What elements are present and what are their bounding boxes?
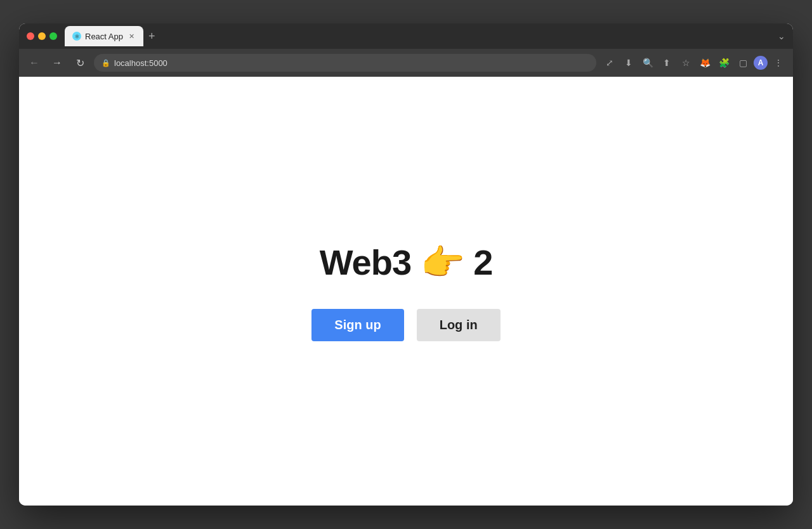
firefox-button[interactable]: 🦊: [697, 55, 713, 71]
tab-bar: ⚛ React App ✕ +: [65, 26, 778, 46]
toolbar: ← → ↻ 🔒 localhost:5000 ⤢ ⬇ 🔍 ⬆ ☆ 🦊: [19, 49, 793, 77]
maximize-traffic-light[interactable]: [49, 32, 57, 40]
sidebar-button[interactable]: ▢: [735, 55, 751, 71]
share-icon: ⬆: [663, 58, 671, 68]
page-content: Web3 👉 2 Sign up Log in: [19, 77, 793, 506]
zoom-button[interactable]: 🔍: [639, 55, 656, 71]
page-title: Web3 👉 2: [320, 242, 493, 284]
address-bar[interactable]: 🔒 localhost:5000: [94, 54, 596, 72]
tab-close-icon[interactable]: ✕: [127, 32, 136, 41]
download-icon: ⬇: [625, 58, 632, 68]
signup-button[interactable]: Sign up: [311, 309, 403, 341]
browser-window: ⚛ React App ✕ + ⌄ ← → ↻ 🔒 localhost:5000…: [19, 23, 793, 506]
title-bar: ⚛ React App ✕ + ⌄: [19, 23, 793, 49]
star-icon: ☆: [682, 58, 690, 68]
react-favicon-icon: ⚛: [72, 32, 81, 41]
download-button[interactable]: ⬇: [620, 55, 637, 71]
profile-initial: A: [758, 58, 764, 67]
button-group: Sign up Log in: [311, 309, 500, 341]
share-button[interactable]: ⬆: [658, 55, 675, 71]
url-display: localhost:5000: [114, 58, 167, 68]
lock-icon: 🔒: [102, 59, 110, 67]
bookmark-button[interactable]: ☆: [678, 55, 694, 71]
sidebar-icon: ▢: [739, 58, 747, 68]
back-button[interactable]: ←: [25, 54, 43, 72]
external-link-button[interactable]: ⤢: [601, 55, 618, 71]
login-button[interactable]: Log in: [417, 309, 501, 341]
external-link-icon: ⤢: [606, 58, 613, 68]
new-tab-button[interactable]: +: [143, 27, 160, 46]
fox-icon: 🦊: [700, 58, 710, 68]
active-tab[interactable]: ⚛ React App ✕: [65, 26, 143, 46]
minimize-traffic-light[interactable]: [38, 32, 46, 40]
extensions-button[interactable]: 🧩: [716, 55, 732, 71]
more-icon: ⋮: [774, 58, 783, 68]
tab-title: React App: [85, 32, 123, 41]
chevron-down-icon: ⌄: [778, 31, 785, 41]
puzzle-icon: 🧩: [719, 58, 730, 68]
window-controls: ⌄: [778, 31, 785, 41]
toolbar-actions: ⤢ ⬇ 🔍 ⬆ ☆ 🦊 🧩 ▢ A: [601, 55, 787, 71]
more-menu-button[interactable]: ⋮: [770, 55, 787, 71]
reload-button[interactable]: ↻: [71, 54, 89, 72]
traffic-lights: [27, 32, 57, 40]
close-traffic-light[interactable]: [27, 32, 34, 40]
profile-avatar[interactable]: A: [754, 56, 768, 70]
zoom-icon: 🔍: [643, 58, 653, 68]
forward-button[interactable]: →: [48, 54, 66, 72]
